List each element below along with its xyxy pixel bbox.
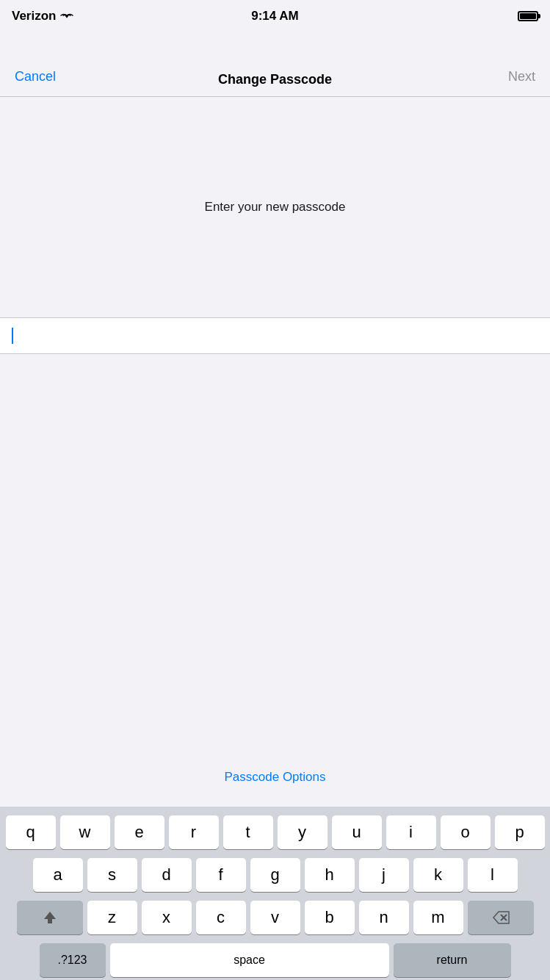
keyboard-row-1: q w e r t y u i o p (3, 815, 547, 849)
key-e[interactable]: e (115, 815, 164, 849)
key-j[interactable]: j (359, 858, 409, 892)
text-cursor (12, 328, 13, 344)
status-battery (518, 11, 538, 21)
key-m[interactable]: m (413, 901, 463, 934)
key-n[interactable]: n (359, 901, 409, 934)
key-s[interactable]: s (87, 858, 137, 892)
space-key[interactable]: space (110, 943, 389, 977)
key-k[interactable]: k (413, 858, 463, 892)
numbers-key[interactable]: .?123 (40, 943, 106, 977)
key-y[interactable]: y (278, 815, 328, 849)
delete-key[interactable] (468, 901, 534, 934)
battery-icon (518, 11, 538, 21)
key-f[interactable]: f (196, 858, 246, 892)
return-key[interactable]: return (394, 943, 511, 977)
key-g[interactable]: g (250, 858, 300, 892)
key-d[interactable]: d (142, 858, 192, 892)
prompt-area: Enter your new passcode (0, 97, 550, 317)
key-p[interactable]: p (495, 815, 545, 849)
wifi-icon (60, 9, 73, 24)
carrier-text: Verizon (12, 9, 56, 24)
key-v[interactable]: v (250, 901, 300, 934)
key-u[interactable]: u (332, 815, 382, 849)
key-t[interactable]: t (223, 815, 273, 849)
status-time: 9:14 AM (251, 9, 299, 24)
status-carrier: Verizon (12, 9, 73, 24)
key-a[interactable]: a (33, 858, 83, 892)
next-button[interactable]: Next (505, 66, 538, 87)
keyboard-row-4: .?123 space return (3, 943, 547, 977)
cancel-button[interactable]: Cancel (12, 66, 59, 87)
key-b[interactable]: b (305, 901, 355, 934)
key-x[interactable]: x (142, 901, 192, 934)
keyboard: q w e r t y u i o p a s d f g h j k l z … (0, 807, 550, 980)
keyboard-row-3: z x c v b n m (3, 901, 547, 934)
key-q[interactable]: q (6, 815, 56, 849)
key-c[interactable]: c (196, 901, 246, 934)
keyboard-row-2: a s d f g h j k l (3, 858, 547, 892)
shift-key[interactable] (17, 901, 83, 934)
key-w[interactable]: w (60, 815, 110, 849)
key-i[interactable]: i (386, 815, 436, 849)
status-bar: Verizon 9:14 AM (0, 0, 550, 32)
key-h[interactable]: h (305, 858, 355, 892)
prompt-text: Enter your new passcode (205, 200, 346, 215)
key-r[interactable]: r (169, 815, 219, 849)
nav-bar: Cancel Change Passcode Next (0, 32, 550, 97)
options-area: Passcode Options (0, 354, 550, 807)
passcode-input-area[interactable] (0, 317, 550, 354)
page-title: Change Passcode (218, 72, 332, 87)
key-o[interactable]: o (441, 815, 491, 849)
key-z[interactable]: z (87, 901, 137, 934)
passcode-options-button[interactable]: Passcode Options (225, 770, 326, 785)
key-l[interactable]: l (468, 858, 518, 892)
svg-marker-0 (44, 912, 56, 923)
